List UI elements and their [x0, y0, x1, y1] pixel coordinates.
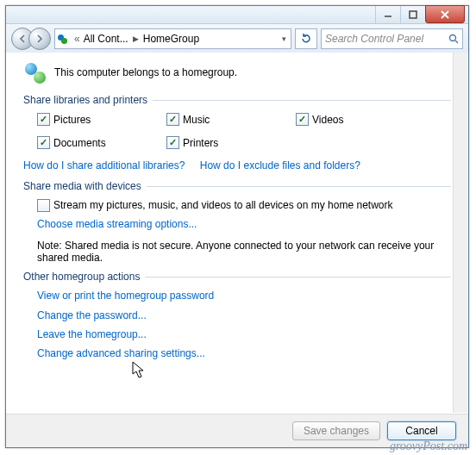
nav-buttons — [11, 28, 51, 50]
check-icon — [37, 136, 50, 149]
window: « All Cont... ▶ HomeGroup ▾ Search Contr… — [5, 5, 469, 448]
navbar: « All Cont... ▶ HomeGroup ▾ Search Contr… — [6, 24, 468, 54]
link-share-additional[interactable]: How do I share additional libraries? — [23, 159, 185, 171]
link-leave-homegroup[interactable]: Leave the homegroup... — [37, 328, 147, 340]
page-title: This computer belongs to a homegroup. — [54, 66, 237, 78]
forward-button[interactable] — [28, 28, 51, 50]
checkbox-documents[interactable]: Documents — [37, 136, 166, 149]
vertical-scrollbar[interactable] — [453, 53, 467, 413]
search-placeholder: Search Control Panel — [325, 33, 423, 45]
save-button[interactable]: Save changes — [292, 421, 380, 440]
crumb-homegroup[interactable]: HomeGroup — [143, 33, 199, 45]
svg-line-5 — [455, 41, 458, 43]
share-checkboxes: Pictures Music Videos Documents Printers — [37, 113, 451, 149]
media-note: Note: Shared media is not secure. Anyone… — [37, 240, 451, 264]
minimize-button[interactable] — [375, 6, 400, 23]
content-area: This computer belongs to a homegroup. Sh… — [6, 53, 468, 413]
homegroup-icon — [57, 32, 71, 46]
link-streaming-options[interactable]: Choose media streaming options... — [37, 218, 197, 230]
close-button[interactable] — [425, 5, 465, 23]
check-icon — [166, 113, 179, 126]
crumb-all-control[interactable]: All Cont... — [84, 33, 128, 45]
link-advanced-sharing[interactable]: Change advanced sharing settings... — [37, 347, 205, 359]
checkbox-printers[interactable]: Printers — [166, 136, 296, 149]
crumb-prefix: « — [72, 33, 82, 45]
check-icon — [37, 113, 50, 126]
titlebar — [6, 6, 468, 24]
chevron-right-icon[interactable]: ▶ — [130, 34, 141, 43]
checkbox-videos[interactable]: Videos — [296, 113, 425, 126]
checkbox-music[interactable]: Music — [166, 113, 296, 126]
row-streaming-link: Choose media streaming options... — [37, 216, 451, 233]
homegroup-icon-large — [23, 61, 46, 84]
section-share-media: Share media with devices — [23, 180, 451, 192]
refresh-button[interactable] — [295, 28, 317, 49]
checkbox-pictures[interactable]: Pictures — [37, 113, 166, 126]
maximize-button[interactable] — [400, 6, 425, 23]
link-change-password[interactable]: Change the password... — [37, 309, 147, 321]
check-icon — [166, 136, 179, 149]
address-bar[interactable]: « All Cont... ▶ HomeGroup ▾ — [54, 28, 291, 49]
help-links-row: How do I share additional libraries? How… — [23, 159, 451, 171]
cancel-button[interactable]: Cancel — [387, 421, 456, 440]
svg-point-4 — [450, 35, 456, 41]
check-icon — [296, 113, 309, 126]
section-share-libraries: Share libraries and printers — [23, 94, 451, 106]
header-row: This computer belongs to a homegroup. — [23, 61, 451, 84]
row-stream-checkbox: Stream my pictures, music, and videos to… — [37, 197, 451, 214]
link-view-password[interactable]: View or print the homegroup password — [37, 290, 214, 302]
watermark: groovyPost.com — [390, 439, 467, 453]
search-icon — [448, 34, 459, 44]
link-exclude-files[interactable]: How do I exclude files and folders? — [200, 159, 360, 171]
search-input[interactable]: Search Control Panel — [321, 28, 463, 49]
checkbox-icon — [37, 199, 50, 212]
checkbox-stream[interactable]: Stream my pictures, music, and videos to… — [37, 197, 451, 214]
svg-rect-1 — [410, 11, 416, 18]
section-other-actions: Other homegroup actions — [23, 271, 451, 283]
chevron-down-icon[interactable]: ▾ — [279, 34, 289, 43]
